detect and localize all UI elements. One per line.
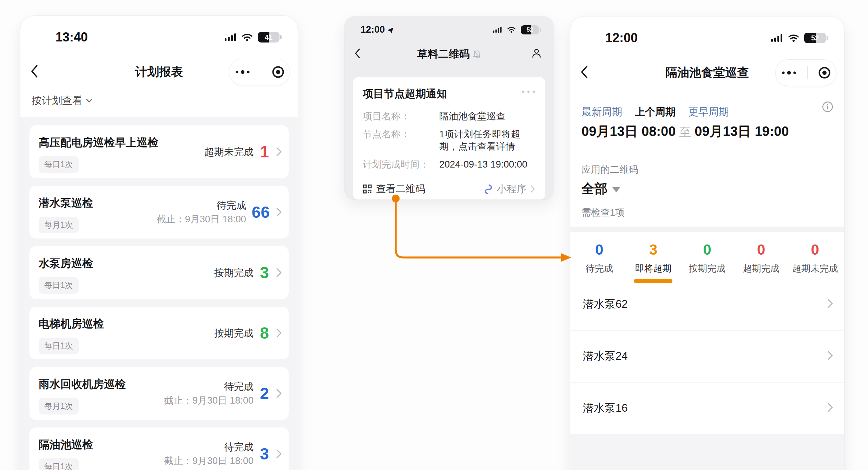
pump-name: 潜水泵62 (583, 297, 627, 312)
ellipsis-icon (521, 90, 535, 93)
back-button[interactable] (580, 65, 588, 80)
plan-count: 66 (252, 203, 270, 222)
chevron-right-icon (275, 388, 282, 399)
tab-earlier-period[interactable]: 更早周期 (688, 105, 729, 119)
wechat-capsule (775, 59, 836, 86)
stats-row: 0 待完成 3 即将超期 0 按期完成 0 超期完成 0 超期未完成 (570, 232, 844, 278)
stat-overdue-done[interactable]: 0 超期完成 (734, 241, 788, 278)
qr-code-icon (363, 184, 372, 194)
stat-overdue-undone[interactable]: 0 超期未完成 (788, 241, 842, 278)
pump-list-item[interactable]: 潜水泵24 (570, 330, 844, 383)
stat-pending[interactable]: 0 待完成 (572, 241, 626, 278)
plan-card[interactable]: 雨水回收机房巡检 每月1次 待完成截止：9月30日 18:00 2 (29, 367, 289, 420)
plan-count: 3 (259, 263, 270, 282)
more-menu-button[interactable] (235, 70, 251, 74)
plan-title: 隔油池巡检 (39, 437, 93, 452)
field-value: 隔油池食堂巡查 (439, 110, 535, 123)
wifi-icon (242, 33, 253, 41)
more-menu-button[interactable] (781, 71, 797, 75)
stat-label: 待完成 (572, 262, 626, 275)
view-qr-button[interactable]: 查看二维码 (363, 182, 425, 196)
card-menu-button[interactable] (521, 87, 535, 93)
plan-list: 高压配电房巡检早上巡检 每日1次 超期未完成 1 潜水泵巡检 每月1次 待完成截… (20, 117, 298, 470)
battery-percent: 41 (258, 32, 280, 43)
wifi-icon (788, 34, 799, 42)
contact-button[interactable] (531, 48, 542, 60)
plan-status: 待完成 (224, 381, 254, 392)
minimize-button[interactable] (272, 66, 284, 78)
no-more-label: 没有更多 (688, 468, 726, 470)
stat-on-time[interactable]: 0 按期完成 (680, 241, 734, 278)
back-button[interactable] (30, 64, 39, 80)
stat-value: 3 (626, 241, 680, 258)
clock: 12:00 (605, 31, 638, 45)
cellular-signal-icon (493, 26, 502, 33)
bell-muted-icon (473, 50, 481, 59)
stat-due-soon[interactable]: 3 即将超期 (626, 241, 680, 278)
notification-card[interactable]: 项目节点超期通知 项目名称： 隔油池食堂巡查 节点名称： 1项计划任务即将超期，… (353, 77, 545, 200)
pump-list-item[interactable]: 潜水泵16 (570, 382, 844, 435)
plan-count: 8 (259, 324, 270, 342)
tab-previous-period[interactable]: 上个周期 (635, 105, 676, 119)
location-arrow-icon (388, 26, 395, 33)
field-value: 1项计划任务即将超期，点击查看详情 (439, 128, 535, 153)
stat-label: 按期完成 (680, 262, 734, 275)
plan-title: 水泵房巡检 (39, 256, 93, 271)
pump-list-item[interactable]: 潜水泵62 (570, 278, 844, 331)
back-button[interactable] (354, 48, 361, 60)
plan-frequency-tag: 每日1次 (39, 277, 79, 294)
nav-bar: 草料二维码 (344, 45, 554, 64)
info-button[interactable] (822, 101, 834, 114)
section-divider-band (570, 227, 844, 232)
plan-count: 2 (259, 384, 270, 403)
plan-card[interactable]: 水泵房巡检 每日1次 按期完成 3 (29, 246, 289, 299)
info-icon (822, 101, 834, 113)
triangle-down-icon (612, 187, 620, 192)
ellipsis-icon (235, 70, 251, 74)
plan-status: 待完成 (224, 442, 254, 452)
plan-card[interactable]: 潜水泵巡检 每月1次 待完成截止：9月30日 18:00 66 (29, 186, 289, 239)
back-chevron-icon (354, 48, 361, 59)
chevron-right-icon (275, 328, 282, 338)
plan-title: 高压配电房巡检早上巡检 (39, 135, 158, 150)
chevron-right-icon (530, 185, 535, 193)
battery-icon: 41 (258, 32, 282, 43)
field-label: 节点名称： (363, 128, 439, 153)
stat-value: 0 (572, 241, 626, 258)
tab-latest-period[interactable]: 最新周期 (581, 105, 622, 119)
field-label: 项目名称： (363, 110, 439, 123)
plan-card[interactable]: 隔油池巡检 每日1次 待完成截止：9月30日 18:00 3 (29, 427, 289, 470)
miniprogram-icon (484, 184, 493, 194)
plan-deadline: 截止：9月30日 18:00 (157, 214, 246, 226)
left-phone-screen: 13:40 41 计划报表 按计划查看 高压配电房巡检早上巡检 每日1次 (20, 16, 298, 470)
record-circle-icon (272, 66, 284, 78)
status-bar: 12:00 52 (361, 24, 541, 35)
stat-value: 0 (788, 241, 842, 258)
battery-percent: 52 (804, 33, 826, 43)
plan-count: 1 (259, 142, 270, 161)
right-phone-screen: 12:00 52 隔油池食堂巡查 最新周期 上个周期 更早周期 09月13日 0… (570, 17, 844, 470)
plan-frequency-tag: 每月1次 (39, 398, 79, 414)
check-count-note: 需检查1项 (581, 206, 625, 219)
stat-label: 即将超期 (626, 262, 680, 275)
chevron-right-icon (827, 402, 834, 413)
period-date-range: 09月13日 08:00至09月13日 19:00 (581, 123, 789, 141)
field-value: 2024-09-13 19:00:00 (439, 158, 535, 171)
battery-icon: 52 (804, 33, 828, 43)
cellular-signal-icon (771, 34, 783, 42)
plan-frequency-tag: 每月1次 (39, 217, 79, 233)
applied-qr-label: 应用的二维码 (581, 163, 638, 176)
cellular-signal-icon (225, 33, 237, 41)
person-icon (531, 48, 542, 59)
chevron-right-icon (827, 298, 834, 309)
plan-card[interactable]: 电梯机房巡检 每日1次 按期完成 8 (29, 307, 289, 359)
pump-name: 潜水泵24 (583, 349, 627, 364)
chevron-right-icon (275, 267, 282, 278)
clock: 12:00 (361, 24, 385, 35)
record-circle-icon (818, 66, 831, 79)
minimize-button[interactable] (818, 66, 831, 79)
plan-filter-dropdown[interactable]: 按计划查看 (32, 94, 92, 108)
page-title: 隔油池食堂巡查 (665, 65, 749, 81)
qr-filter-dropdown[interactable]: 全部 (581, 180, 620, 198)
plan-card[interactable]: 高压配电房巡检早上巡检 每日1次 超期未完成 1 (29, 125, 289, 178)
